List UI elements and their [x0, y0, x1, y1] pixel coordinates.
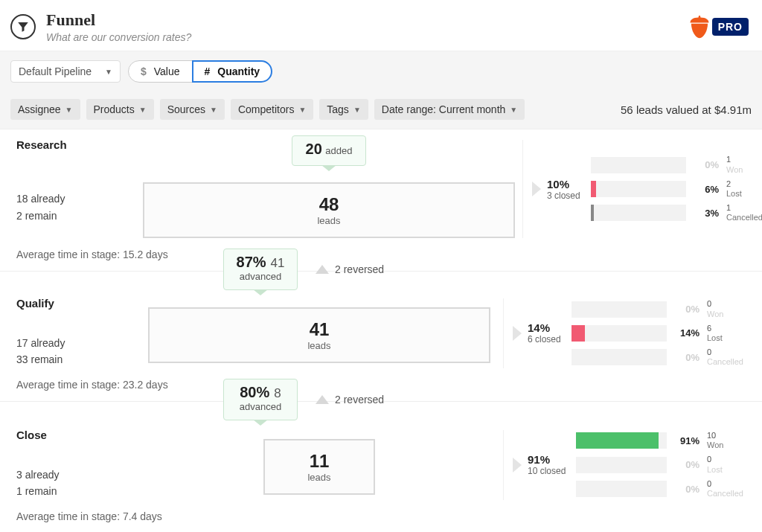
toggle-value[interactable]: $ Value — [128, 60, 193, 83]
stage-name: Qualify — [16, 297, 135, 310]
toggle-quantity[interactable]: # Quantity — [192, 60, 273, 83]
stage-name: Research — [16, 138, 135, 165]
page-title: Funnel — [46, 10, 191, 30]
advance-count: 8 — [274, 386, 281, 401]
closed-label: closed — [540, 466, 566, 476]
cancelled-pct: 0% — [674, 484, 699, 495]
outcome-panel: 10% 3 closed 0% 1Won 6% 2Lost 3% — [522, 140, 762, 238]
won-label: Won — [707, 440, 749, 450]
leads-box[interactable]: 48 leads — [143, 182, 515, 238]
filter-chips: Assignee▼ Products▼ Sources▼ Competitors… — [10, 99, 525, 120]
bar-won: 0% 1Won — [591, 155, 762, 174]
outcome-bars: 0% 0Won 14% 6Lost 0% 0Cancelled — [572, 299, 749, 367]
filter-competitors[interactable]: Competitors▼ — [231, 99, 313, 120]
cancelled-count: 1 — [726, 203, 762, 213]
leads-count: 11 — [272, 451, 366, 472]
leads-count: 48 — [152, 194, 506, 215]
triangle-right-icon — [513, 326, 522, 341]
chevron-down-icon: ▼ — [105, 68, 112, 76]
pipeline-select[interactable]: Default Pipeline ▼ — [10, 60, 121, 83]
chevron-down-icon: ▼ — [210, 106, 217, 114]
advance-box: 87% 41 advanced — [223, 249, 298, 290]
remain-label: remain — [31, 353, 63, 365]
bar-lost: 6% 2Lost — [591, 179, 762, 199]
won-label: Won — [707, 310, 749, 319]
cancelled-pct: 0% — [674, 352, 699, 363]
stage-qualify: Qualify 17 already 33 remain 41 leads 14… — [0, 271, 762, 401]
leads-count: 41 — [157, 319, 481, 340]
leads-box[interactable]: 41 leads — [148, 307, 490, 363]
chevron-down-icon: ▼ — [510, 106, 517, 114]
advance-pct: 80% — [240, 384, 269, 401]
closed-pct: 14% — [528, 321, 561, 334]
remain-label: remain — [25, 485, 57, 497]
closed-pct: 10% — [547, 178, 580, 190]
funnel-icon — [10, 14, 36, 39]
pro-badge: PRO — [687, 13, 749, 40]
leads-box[interactable]: 11 leads — [263, 439, 375, 495]
cancelled-count: 0 — [707, 347, 749, 357]
lost-pct: 14% — [674, 327, 699, 339]
advance-label: advanced — [234, 271, 286, 282]
bar-won: 0% 0Won — [572, 299, 749, 318]
triangle-right-icon — [532, 182, 541, 196]
lost-pct: 0% — [674, 459, 699, 470]
hash-icon: # — [205, 65, 211, 77]
bar-cancelled: 0% 0Cancelled — [576, 479, 749, 499]
cancelled-label: Cancelled — [707, 489, 749, 499]
remain-label: remain — [25, 210, 57, 222]
chevron-down-icon: ▼ — [353, 106, 361, 114]
toolbar-row-1: Default Pipeline ▼ $ Value # Quantity — [10, 60, 752, 83]
outcome-bars: 0% 1Won 6% 2Lost 3% 1Cancelled — [591, 155, 762, 222]
won-count: 10 — [707, 431, 749, 440]
cancelled-label: Cancelled — [707, 357, 749, 367]
added-label: added — [325, 145, 352, 156]
outcome-panel: 14% 6 closed 0% 0Won 14% 6Lost 0% — [503, 298, 749, 368]
cancelled-count: 0 — [707, 479, 749, 489]
closed-label: closed — [535, 334, 561, 344]
cancelled-pct: 3% — [694, 208, 719, 219]
filter-tags[interactable]: Tags▼ — [319, 99, 368, 120]
filter-products[interactable]: Products▼ — [86, 99, 154, 120]
won-label: Won — [726, 165, 762, 175]
stage-meta: 17 already 33 remain — [16, 335, 135, 368]
remain-count: 2 — [16, 210, 22, 222]
lost-label: Lost — [707, 333, 749, 343]
filter-assignee[interactable]: Assignee▼ — [10, 99, 80, 120]
leads-label: leads — [272, 472, 366, 483]
center-col: 20 added 48 leads — [143, 135, 515, 238]
reversed-count: 2 — [335, 263, 341, 275]
won-count: 1 — [726, 155, 762, 164]
toolbar-row-2: Assignee▼ Products▼ Sources▼ Competitors… — [10, 99, 752, 129]
reversed-count: 2 — [335, 394, 341, 406]
filter-assignee-label: Assignee — [18, 103, 61, 115]
bar-won: 91% 10Won — [576, 431, 749, 450]
closed-block: 91% 10 closed — [513, 453, 566, 476]
already-count: 3 — [16, 469, 22, 481]
remain-count: 1 — [16, 485, 22, 497]
topbar: Funnel What are our conversion rates? PR… — [0, 0, 762, 51]
advance-wrap: 80% 8 advanced 2 reversed — [223, 379, 384, 420]
page-subtitle: What are our conversion rates? — [46, 31, 191, 43]
added-box: 20 added — [292, 135, 366, 166]
stage-meta: 18 already 2 remain — [16, 190, 135, 238]
stage-meta: 3 already 1 remain — [16, 467, 135, 500]
closed-count: 6 — [528, 334, 533, 344]
summary-line: 56 leads valued at $4.91m — [621, 103, 752, 116]
pro-label: PRO — [712, 18, 749, 36]
won-pct: 91% — [674, 435, 699, 446]
triangle-up-icon — [316, 395, 329, 404]
reversed-label: reversed — [344, 263, 384, 275]
filter-sources[interactable]: Sources▼ — [160, 99, 225, 120]
bar-lost: 0% 0Lost — [576, 455, 749, 474]
triangle-up-icon — [316, 265, 329, 274]
lost-pct: 6% — [694, 184, 719, 195]
filter-products-label: Products — [94, 103, 135, 115]
pipeline-select-label: Default Pipeline — [19, 65, 92, 77]
filter-date-range-label: Date range: Current month — [382, 103, 506, 115]
outcome-bars: 91% 10Won 0% 0Lost 0% 0Cancelled — [576, 431, 749, 499]
filter-competitors-label: Competitors — [238, 103, 294, 115]
acorn-icon — [687, 13, 712, 40]
filter-date-range[interactable]: Date range: Current month▼ — [374, 99, 525, 120]
chevron-down-icon: ▼ — [298, 106, 306, 114]
